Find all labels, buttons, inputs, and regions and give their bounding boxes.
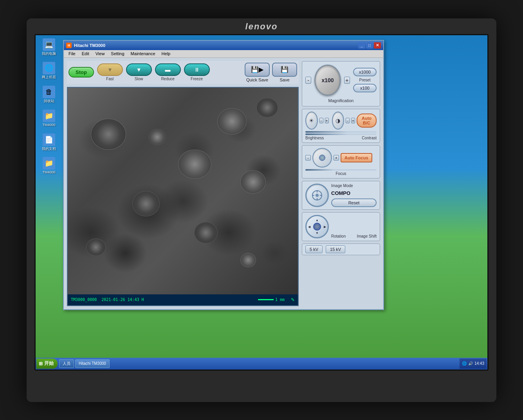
brightness-contrast-section: ☀ - + ◑ - + Auto B/C (302, 109, 380, 143)
desktop-icon-docs[interactable]: 📄 我的文档 (39, 133, 59, 151)
contrast-slider[interactable] (305, 133, 377, 135)
desktop-icon-computer[interactable]: 💻 我的电脑 (39, 38, 59, 56)
quick-save-button[interactable]: 💾▶ (245, 63, 270, 77)
menu-edit[interactable]: Edit (79, 50, 92, 57)
rotation-dial-inner: ▲ ▼ (313, 218, 321, 235)
focus-minus-button[interactable]: - (305, 155, 311, 160)
focus-section: - + Auto Focus Focus (302, 145, 380, 178)
contrast-dial[interactable]: ◑ (332, 112, 344, 130)
sem-particle-10 (148, 129, 166, 145)
fast-label: Fast (106, 77, 114, 81)
sem-particle-3 (178, 150, 211, 179)
rotation-up-arrow: ▲ (316, 218, 319, 222)
freeze-button[interactable]: ⏸ (184, 63, 210, 76)
image-mode-value: COMPO (331, 190, 377, 196)
kv-5-button[interactable]: 5 kV (305, 245, 323, 253)
quick-save-label: Quick Save (246, 78, 268, 82)
reduce-button[interactable]: ▬ (155, 63, 181, 76)
focus-dial[interactable] (312, 148, 332, 168)
image-panel: Stop ▼ Fast ▼ Slo (67, 61, 299, 306)
minimize-button[interactable]: _ (358, 42, 365, 49)
brightness-label: Brightness (305, 136, 324, 140)
image-mode-section: Image Mode COMPO Reset (302, 181, 380, 210)
contrast-minus-button[interactable]: - (346, 118, 350, 123)
monitor-shell: lenovo 💻 我的电脑 🌐 网上邻居 🗑 回收站 📁 (27, 18, 496, 402)
brightness-plus-button[interactable]: + (325, 118, 329, 123)
image-shift-label: Image Shift (357, 234, 377, 238)
docs-icon-label: 我的文档 (42, 147, 56, 151)
focus-slider[interactable] (305, 169, 377, 171)
brightness-dial[interactable]: ☀ (305, 112, 318, 130)
menu-view[interactable]: View (92, 50, 108, 57)
monitor-screen: 💻 我的电脑 🌐 网上邻居 🗑 回收站 📁 TM4000 📄 我的 (34, 34, 489, 371)
edit-icon[interactable]: ✎ (291, 297, 295, 303)
taskbar-item-0[interactable]: 人员 (59, 359, 74, 368)
network-icon: 🌐 (43, 62, 55, 74)
rotation-dial[interactable]: ▲ ▼ ◀ ▶ (305, 215, 329, 238)
tray-volume-icon: 🔊 (468, 361, 473, 366)
quick-save-btn-group: 💾▶ Quick Save (245, 63, 270, 82)
sem-overlay (68, 88, 298, 294)
rotation-right-arrow: ▶ (324, 225, 326, 228)
reduce-label: Reduce (161, 77, 174, 81)
contrast-label: Contrast (362, 136, 377, 140)
save-button[interactable]: 💾 (272, 63, 297, 77)
menu-help[interactable]: Help (159, 50, 174, 57)
sem-particle-2 (132, 191, 160, 216)
reset-button[interactable]: Reset (331, 198, 377, 207)
monitor-brand: lenovo (245, 22, 278, 32)
contrast-plus-button[interactable]: + (351, 118, 355, 123)
auto-focus-button[interactable]: Auto Focus (341, 153, 372, 162)
menu-file[interactable]: File (65, 50, 79, 57)
maximize-button[interactable]: □ (366, 42, 373, 49)
menubar: File Edit View Setting Maintenance Help (64, 50, 383, 58)
scale-line (258, 299, 274, 300)
menu-setting[interactable]: Setting (108, 50, 127, 57)
brightness-minus-button[interactable]: - (319, 118, 323, 123)
rotation-left-arrow: ◀ (308, 225, 310, 228)
stop-button[interactable]: Stop (69, 67, 94, 78)
focus-label: Focus (305, 171, 377, 176)
focus-center-dot (319, 155, 325, 161)
mag-minus-button[interactable]: - (305, 77, 311, 84)
brightness-row: ☀ - + ◑ - + Auto B/C (305, 112, 377, 130)
desktop-icon-tm4000b[interactable]: 📁 TM4000 (39, 157, 59, 175)
rotation-section: ▲ ▼ ◀ ▶ Rotation (302, 212, 380, 241)
mag-value: x100 (321, 77, 334, 83)
kv-15-button[interactable]: 15 kV (326, 245, 345, 253)
tray-network-icon: 🌐 (462, 361, 467, 366)
taskbar-item-1[interactable]: Hitachi TM3000 (75, 359, 110, 368)
rotation-shift-labels: Rotation Image Shift (331, 234, 377, 238)
reduce-btn-group: ▬ Reduce (155, 63, 181, 81)
desktop-icon-network[interactable]: 🌐 网上邻居 (39, 62, 59, 79)
sem-particle-1 (91, 119, 126, 150)
menu-maintenance[interactable]: Maintenance (128, 50, 159, 57)
desktop-icon-tm4000[interactable]: 📁 TM4000 (39, 110, 59, 127)
windows-logo-icon: ⊞ (39, 361, 43, 366)
fast-button[interactable]: ▼ (97, 63, 123, 76)
mode-dial-icon (311, 189, 323, 201)
tm4000-icon-label: TM4000 (42, 123, 55, 127)
desktop-icon-recycle[interactable]: 🗑 回收站 (39, 86, 59, 103)
slow-label: Slow (135, 77, 143, 81)
save-btn-group: 💾 Save (272, 63, 297, 82)
freeze-label: Freeze (191, 77, 203, 81)
mag-plus-button[interactable]: + (344, 77, 350, 84)
controls-panel: - x100 + x1000 Preset x100 (302, 61, 380, 306)
tm4000b-icon: 📁 (43, 157, 55, 169)
focus-plus-button[interactable]: + (334, 155, 339, 160)
mag-dial[interactable]: x100 (314, 65, 341, 96)
rotation-dial-wrapper: ▲ ▼ ◀ ▶ (305, 215, 329, 238)
preset-x1000-button[interactable]: x1000 (353, 68, 377, 76)
auto-bc-button[interactable]: Auto B/C (357, 114, 377, 128)
sem-particle-8 (256, 98, 278, 117)
taskbar-tray: 🌐 🔊 14:43 (460, 359, 487, 369)
image-mode-dial[interactable] (305, 184, 329, 207)
preset-x100-button[interactable]: x100 (353, 84, 377, 92)
desktop-icons: 💻 我的电脑 🌐 网上邻居 🗑 回收站 📁 TM4000 📄 我的 (39, 38, 59, 175)
start-button[interactable]: ⊞ 开始 (36, 359, 58, 369)
close-button[interactable]: ✕ (374, 42, 381, 49)
slow-button[interactable]: ▼ (126, 63, 152, 76)
brightness-slider[interactable] (305, 131, 377, 133)
window-title: Hitachi TM3000 (74, 43, 358, 48)
